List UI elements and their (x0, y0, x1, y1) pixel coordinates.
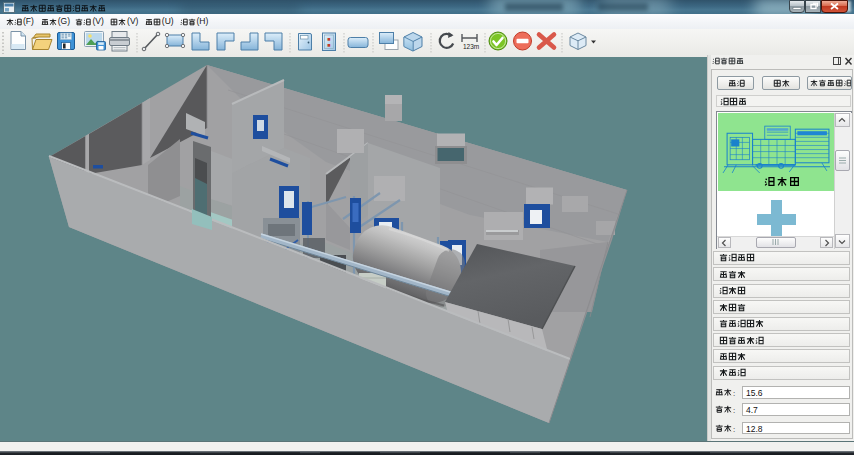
svg-text:123m: 123m (463, 43, 479, 50)
svg-text:■: ■ (327, 42, 330, 48)
